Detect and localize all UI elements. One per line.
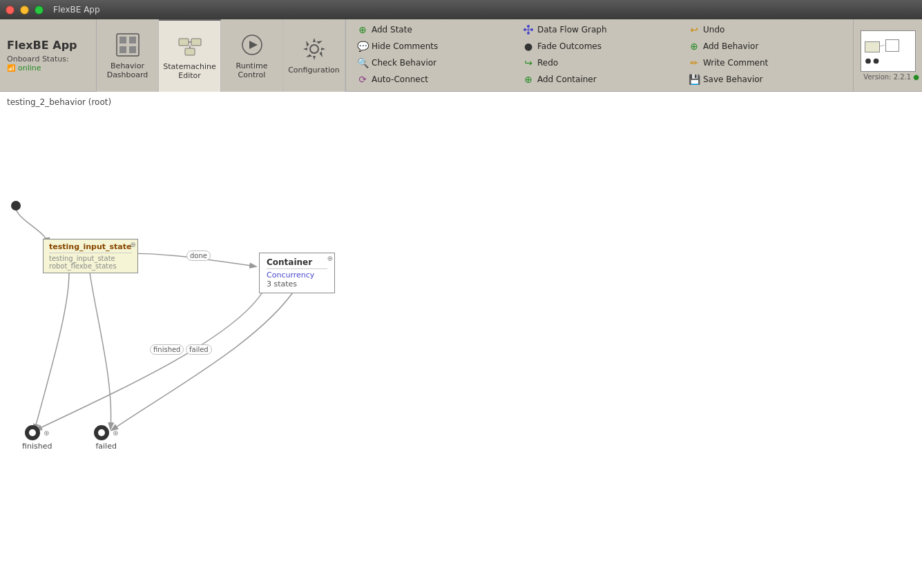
- nav-label-behavior-dashboard: BehaviorDashboard: [107, 61, 148, 79]
- terminal-label-finished: finished: [22, 442, 52, 451]
- add-state-label: Add State: [372, 25, 412, 35]
- container-node[interactable]: Container Concurrency 3 states ⊕: [259, 253, 335, 293]
- state-node-title: testing_input_state: [49, 242, 132, 253]
- check-behavior-label: Check Behavior: [372, 58, 436, 68]
- app-title: FlexBE App: [7, 39, 89, 52]
- window-title: FlexBE App: [53, 5, 100, 14]
- start-node: [11, 201, 21, 210]
- write-comment-button[interactable]: ✏ Write Comment: [683, 55, 847, 70]
- svg-rect-2: [129, 37, 136, 43]
- transition-label-done: done: [186, 251, 211, 261]
- svg-point-12: [310, 45, 318, 53]
- svg-rect-1: [119, 37, 126, 43]
- wifi-icon: 📶: [7, 64, 15, 72]
- terminal-node-finished[interactable]: ⊕ finished: [22, 425, 52, 451]
- nav-label-runtime-control: RuntimeControl: [236, 61, 268, 79]
- configuration-icon: [300, 35, 328, 63]
- svg-rect-6: [191, 39, 201, 46]
- check-behavior-button[interactable]: 🔍 Check Behavior: [352, 55, 516, 70]
- add-container-icon: ⊕: [523, 74, 534, 85]
- data-flow-graph-icon: [523, 24, 534, 35]
- transition-label-failed: failed: [186, 344, 212, 355]
- svg-point-21: [873, 58, 878, 63]
- svg-point-15: [530, 28, 533, 31]
- runtime-control-icon: [238, 31, 266, 59]
- fade-outcomes-button[interactable]: ● Fade Outcomes: [517, 39, 682, 54]
- app-info: FlexBE App Onboard Status: 📶 online: [0, 19, 97, 91]
- svg-point-14: [527, 25, 530, 28]
- state-node-testing-input-state[interactable]: testing_input_state testing_input_state …: [43, 239, 138, 273]
- add-container-label: Add Container: [537, 75, 597, 84]
- toolbar: FlexBE App Onboard Status: 📶 online Beha…: [0, 19, 922, 92]
- terminal-node-failed[interactable]: ⊕ failed: [94, 425, 118, 451]
- undo-icon: ↩: [689, 24, 700, 35]
- fade-outcomes-label: Fade Outcomes: [537, 41, 602, 51]
- save-behavior-button[interactable]: 💾 Save Behavior: [683, 72, 847, 87]
- move-icon: ⊕: [130, 241, 135, 248]
- state-node-sub2: robot_flexbe_states: [49, 262, 132, 270]
- terminal-label-failed: failed: [95, 442, 116, 451]
- close-button[interactable]: [6, 6, 15, 14]
- write-comment-icon: ✏: [689, 57, 700, 68]
- svg-rect-3: [119, 46, 126, 53]
- write-comment-label: Write Comment: [703, 58, 768, 68]
- maximize-button[interactable]: [35, 6, 44, 14]
- finished-move-icon: ⊕: [44, 429, 49, 437]
- redo-button[interactable]: ↪ Redo: [517, 55, 682, 70]
- failed-move-icon: ⊕: [113, 429, 118, 437]
- minimap[interactable]: [861, 30, 916, 72]
- behavior-dashboard-icon: [114, 31, 142, 59]
- version-dot: ●: [913, 73, 919, 81]
- state-node-sub1: testing_input_state: [49, 255, 132, 262]
- minimap-area: Version: 2.2.1 ●: [853, 19, 922, 91]
- nav-btn-statemachine-editor[interactable]: StatemachineEditor: [159, 19, 221, 92]
- check-behavior-icon: 🔍: [357, 57, 368, 68]
- failed-terminal-circle: [94, 425, 109, 440]
- action-buttons: ⊕ Add State Data Flow Graph ↩ Undo 💬: [346, 19, 853, 91]
- svg-line-19: [879, 45, 885, 46]
- hide-comments-icon: 💬: [357, 41, 368, 52]
- hide-comments-button[interactable]: 💬 Hide Comments: [352, 39, 516, 54]
- nav-label-configuration: Configuration: [288, 66, 340, 75]
- svg-rect-4: [129, 46, 136, 53]
- data-flow-graph-button[interactable]: Data Flow Graph: [517, 22, 682, 37]
- container-move-icon: ⊕: [327, 255, 333, 262]
- svg-point-20: [865, 58, 871, 63]
- onboard-status-text: online: [18, 63, 41, 72]
- undo-button[interactable]: ↩ Undo: [683, 22, 847, 37]
- container-node-states: 3 states: [267, 280, 327, 288]
- add-state-icon: ⊕: [357, 24, 368, 35]
- titlebar: FlexBE App: [0, 0, 922, 19]
- nav-btn-configuration[interactable]: Configuration: [283, 19, 345, 92]
- fade-outcomes-icon: ●: [523, 41, 534, 52]
- auto-connect-label: Auto-Connect: [372, 75, 428, 84]
- redo-label: Redo: [537, 58, 558, 68]
- onboard-label: Onboard Status:: [7, 55, 89, 63]
- redo-icon: ↪: [523, 57, 534, 68]
- data-flow-graph-label: Data Flow Graph: [537, 25, 606, 35]
- main-content: testing_2_behavior (root) testing_input_…: [0, 92, 922, 588]
- statemachine-editor-icon: [176, 32, 204, 59]
- finished-terminal-circle: [25, 425, 40, 440]
- nav-buttons: BehaviorDashboard StatemachineEditor: [97, 19, 346, 91]
- svg-point-13: [524, 28, 526, 31]
- save-behavior-label: Save Behavior: [703, 75, 763, 84]
- nav-btn-behavior-dashboard[interactable]: BehaviorDashboard: [97, 19, 159, 92]
- undo-label: Undo: [703, 25, 724, 35]
- container-node-type: Concurrency: [267, 271, 327, 280]
- version-text: Version: 2.2.1 ●: [856, 73, 919, 81]
- add-state-button[interactable]: ⊕ Add State: [352, 22, 516, 37]
- arrows-svg: [0, 92, 922, 588]
- auto-connect-button[interactable]: ⟳ Auto-Connect: [352, 72, 516, 87]
- onboard-status: 📶 online: [7, 63, 89, 72]
- add-container-button[interactable]: ⊕ Add Container: [517, 72, 682, 87]
- svg-point-16: [527, 32, 530, 35]
- auto-connect-icon: ⟳: [357, 74, 368, 85]
- nav-btn-runtime-control[interactable]: RuntimeControl: [221, 19, 283, 92]
- svg-rect-5: [179, 39, 189, 46]
- add-behavior-button[interactable]: ⊕ Add Behavior: [683, 39, 847, 54]
- nav-label-statemachine-editor: StatemachineEditor: [163, 62, 215, 80]
- breadcrumb: testing_2_behavior (root): [7, 97, 111, 107]
- minimize-button[interactable]: [20, 6, 29, 14]
- add-behavior-label: Add Behavior: [703, 41, 758, 51]
